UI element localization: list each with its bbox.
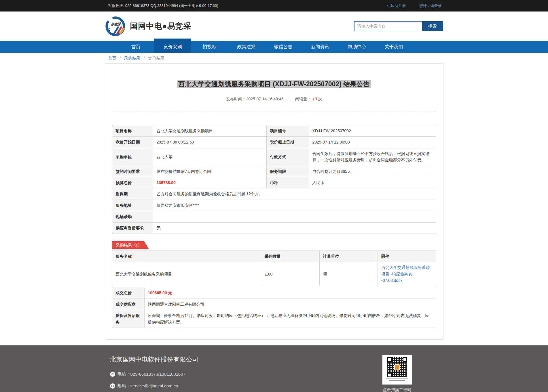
nav-item-policies[interactable]: 政策法规 [228,41,265,53]
table-row: 采购单位 西北大学 付款方式 合同生效后，待服务期满并经甲方验收合格后，根据划线… [112,148,436,166]
quantity-cell: 1.00 [261,262,320,286]
views-label: 阅读量： [295,97,311,101]
deal-summary-table: 成交总价 109605.00 元 成交供应商 陕西圆通古建园林工程有限公司 质保… [112,287,436,328]
attachment-cell: 西北大学交通划线服务采购项目--响应偏离表--07.08.docx [378,262,436,286]
brand-title: 国网中电●易竞采 [130,21,191,31]
result-section-header: 采购结果 1 [112,241,436,249]
nav-item-news[interactable]: 新闻资讯 [302,41,339,53]
table-row: 竞价开始日期 2025-07-08 09:12:59 竞价截止日期 2025-0… [112,137,436,148]
budget-total-value: 139788.00 [153,177,266,188]
winning-supplier: 陕西圆通古建园林工程有限公司 [144,299,436,310]
publish-time-label: 发布时间： [226,97,246,101]
nav-item-integrity-notice[interactable]: 诚信公告 [265,41,302,53]
page-title: 西北大学交通划线服务采购项目 (XDJJ-FW-202507002) 结果公告 [112,80,436,89]
project-detail-table: 项目名称 西北大学交通划线服务采购项目 项目编号 XDJJ-FW-2025070… [112,125,436,234]
article-header: 西北大学交通划线服务采购项目 (XDJJ-FW-202507002) 结果公告 … [112,69,436,112]
footer-phone-line: ✆ 电话： 029-86618373/13811001607 [110,371,227,377]
email-value: service@ejingcai.com.cn [130,383,178,388]
topbar: 客服热线: 029-86618373 QQ:2881944994 (周一至周五9… [0,0,548,12]
views-unit: 次 [318,97,322,101]
search-input[interactable] [354,21,422,31]
table-row: 供应商资质要求 无 [112,222,436,234]
footer-company-name: 北京国网中电软件股份有限公司 [110,355,227,364]
deal-total-price: 109605.00 元 [144,287,436,299]
table-row: 签约时间要求 发布竞价结果后7天内签订合同 服务期限 自合同签订之日365天 [112,166,436,177]
breadcrumb-current: 竞价结果 [148,56,164,60]
table-row: 成交供应商 陕西圆通古建园林工程有限公司 [112,299,436,310]
phone-value: 029-86618373/13811001607 [130,372,186,376]
nav-item-help-center[interactable]: 帮助中心 [339,41,376,53]
breadcrumb-separator: / [144,56,145,60]
nav-item-bidding-purchase[interactable]: 竞价采购 [154,39,191,53]
nav-item-about-us[interactable]: 关于我们 [376,41,412,53]
breadcrumb-section[interactable]: 采购结果 [124,56,140,60]
result-count-badge: 1 [134,243,139,247]
footer: 北京国网中电软件股份有限公司 ✆ 电话： 029-86618373/138110… [0,345,548,392]
email-icon: ✉ [110,383,115,389]
login-link[interactable]: 您好，请登录 [419,3,442,8]
svg-text:易竞采: 易竞采 [111,22,122,26]
table-row: 服务地址 陕西省西安市长安区**** [112,200,436,211]
attachment-link[interactable]: 西北大学交通划线服务采购项目--响应偏离表--07.08.docx [381,265,430,283]
hotline-text: 客服热线: 029-86618373 QQ:2881944994 (周一至周五9… [105,3,218,8]
publish-time-value: 2025-07-14 16:48:46 [246,97,284,101]
table-row: 预算总价 139788.00 币种 人民币 [112,177,436,188]
unit-cell: 项 [319,262,378,286]
footer-email-line: ✉ 邮箱： service@ejingcai.com.cn [110,383,227,389]
result-badge: 采购结果 1 [112,241,149,249]
nav-item-tendering[interactable]: 招投标 [191,41,228,53]
table-row: 项目名称 西北大学交通划线服务采购项目 项目编号 XDJJ-FW-2025070… [112,125,436,137]
supplier-register-link[interactable]: 供应商注册 [387,3,406,8]
article-meta: 发布时间：2025-07-14 16:48:46阅读量：10次 [112,97,436,102]
table-row: 现场踏勘 [112,211,436,222]
nav-item-home[interactable]: 首页 [117,41,154,53]
table-row: 质保及售后服务 质保期：验收合格后12月。响应时效：即时响应（包括电话响应）； … [112,310,436,328]
table-row: 西北大学交通划线服务采购项目 1.00 项 西北大学交通划线服务采购项目--响应… [112,262,436,286]
brand-logo-icon: 易竞采 [105,16,126,37]
table-row: 成交总价 109605.00 元 [112,287,436,299]
breadcrumb: 首页 / 采购结果 / 竞价结果 [0,53,548,63]
qr-caption: 点击扫描二维码 [382,387,412,392]
views-count: 10 [312,97,317,101]
qr-code[interactable] [382,355,412,385]
breadcrumb-separator: / [120,56,121,60]
phone-label: 电话： [117,371,130,377]
table-header-row: 服务名称 采购数量 计量单位 附件 [112,251,436,262]
service-name-cell: 西北大学交通划线服务采购项目 [112,262,261,286]
table-row: 质保期 乙方对合同服务的质量保证期为验收合格后之日起 12个月。 [112,188,436,200]
email-label: 邮箱： [117,383,130,389]
announcement-card: 西北大学交通划线服务采购项目 (XDJJ-FW-202507002) 结果公告 … [105,63,443,340]
header: 易竞采 国网中电●易竞采 搜索 [0,12,548,41]
warranty-service-terms: 质保期：验收合格后12月。响应时效：即时响应（包括电话响应）； 电话响应无法解决… [144,310,436,328]
qr-center-logo-icon [394,364,400,370]
main-nav: 首页 竞价采购 招投标 政策法规 诚信公告 新闻资讯 帮助中心 关于我们 [0,41,548,53]
breadcrumb-home[interactable]: 首页 [108,56,116,60]
result-table: 服务名称 采购数量 计量单位 附件 西北大学交通划线服务采购项目 1.00 项 … [112,251,436,286]
search-button[interactable]: 搜索 [422,21,443,31]
phone-icon: ✆ [110,372,115,377]
